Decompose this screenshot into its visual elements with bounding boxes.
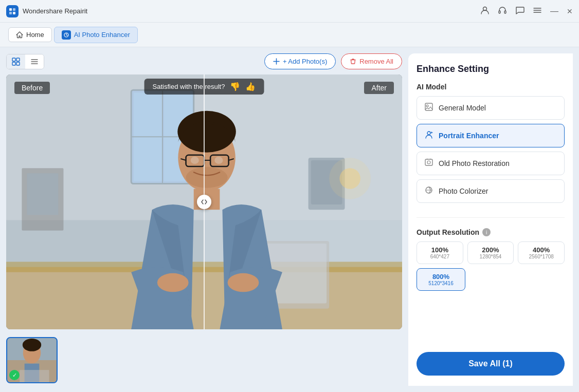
- svg-point-59: [426, 105, 428, 107]
- section-divider: [417, 217, 565, 218]
- res-800-size: 5120*3416: [419, 281, 463, 286]
- svg-point-40: [177, 111, 236, 153]
- svg-rect-61: [425, 159, 432, 165]
- svg-point-38: [329, 158, 371, 199]
- svg-point-60: [427, 132, 430, 135]
- res-800-pct: 800%: [419, 273, 463, 281]
- colorizer-model-icon: [424, 185, 433, 197]
- svg-rect-12: [16, 58, 20, 61]
- res-200-size: 1280*854: [470, 254, 512, 259]
- nav-bar: Home AI Photo Enhancer: [0, 23, 579, 47]
- res-400-button[interactable]: 400% 2560*1708: [518, 241, 565, 264]
- satisfaction-text: Satisfied with the result?: [153, 83, 225, 90]
- thumbnail-strip: ✓: [6, 334, 402, 386]
- resolution-header: Output Resolution i: [417, 228, 565, 236]
- resolution-section: Output Resolution i 100% 640*427 200% 12…: [417, 228, 565, 291]
- svg-rect-13: [12, 62, 15, 65]
- svg-rect-5: [499, 11, 500, 13]
- ai-model-section: AI Model General Model Portrait Enhancer…: [417, 83, 565, 207]
- left-panel: + Add Photo(s) Remove All: [0, 47, 408, 392]
- grid-view-button[interactable]: [7, 54, 25, 69]
- svg-point-51: [228, 273, 259, 292]
- svg-point-55: [23, 339, 41, 351]
- general-model-label: General Model: [439, 104, 486, 112]
- svg-rect-3: [13, 12, 15, 14]
- portrait-model-icon: [424, 130, 433, 141]
- home-label: Home: [26, 31, 44, 39]
- svg-point-62: [427, 161, 430, 164]
- title-bar: Wondershare Repairit — ✕: [0, 0, 579, 23]
- toolbar-right: + Add Photo(s) Remove All: [264, 53, 402, 69]
- panel-title: Enhance Setting: [417, 64, 565, 74]
- account-icon[interactable]: [480, 6, 490, 17]
- chat-icon[interactable]: [515, 6, 524, 17]
- oldphoto-model-icon: [424, 158, 433, 169]
- res-100-button[interactable]: 100% 640*427: [417, 241, 463, 264]
- photo-comparison-area: Before After Satisfied with the result? …: [6, 74, 402, 329]
- portrait-model-label: Portrait Enhancer: [439, 132, 499, 140]
- model-oldphoto[interactable]: Old Photo Restoration: [417, 152, 565, 175]
- svg-point-47: [214, 157, 223, 164]
- app-icon: [6, 5, 19, 17]
- svg-rect-30: [27, 173, 59, 215]
- headphones-icon[interactable]: [498, 6, 507, 17]
- res-400-pct: 400%: [520, 246, 562, 254]
- oldphoto-model-label: Old Photo Restoration: [439, 159, 510, 167]
- model-colorizer[interactable]: Photo Colorizer: [417, 179, 565, 203]
- after-label: After: [364, 82, 394, 94]
- close-icon[interactable]: ✕: [567, 7, 573, 15]
- before-label: Before: [14, 82, 50, 94]
- app-title: Wondershare Repairit: [23, 7, 87, 15]
- title-bar-left: Wondershare Repairit: [6, 5, 87, 17]
- svg-rect-58: [425, 103, 432, 110]
- general-model-icon: [424, 102, 433, 114]
- add-photos-button[interactable]: + Add Photo(s): [264, 53, 336, 69]
- res-200-button[interactable]: 200% 1280*854: [467, 241, 514, 264]
- res-200-pct: 200%: [470, 246, 512, 254]
- list-view-button[interactable]: [25, 54, 44, 69]
- svg-rect-2: [9, 12, 12, 14]
- svg-rect-14: [16, 62, 20, 65]
- thumbnail-check: ✓: [9, 370, 20, 380]
- main-content: + Add Photo(s) Remove All: [0, 47, 579, 392]
- svg-point-46: [191, 157, 199, 164]
- svg-rect-6: [504, 11, 506, 13]
- add-photos-label: + Add Photo(s): [283, 58, 327, 65]
- svg-point-48: [186, 167, 228, 188]
- model-portrait[interactable]: Portrait Enhancer: [417, 124, 565, 147]
- tab-icon: [62, 30, 71, 40]
- info-icon[interactable]: i: [482, 228, 491, 236]
- svg-point-50: [157, 273, 189, 292]
- ai-photo-enhancer-label: AI Photo Enhancer: [74, 31, 130, 39]
- thumbs-up-icon[interactable]: 👍: [245, 82, 256, 91]
- remove-all-label: Remove All: [359, 58, 393, 65]
- ai-photo-enhancer-tab[interactable]: AI Photo Enhancer: [54, 27, 138, 43]
- minimize-icon[interactable]: —: [550, 7, 558, 16]
- svg-rect-11: [12, 58, 15, 61]
- ai-model-label: AI Model: [417, 83, 565, 91]
- svg-rect-0: [9, 8, 12, 11]
- view-toggle: [6, 54, 44, 69]
- right-panel: Enhance Setting AI Model General Model P…: [408, 53, 573, 386]
- svg-rect-1: [13, 8, 15, 11]
- title-bar-right: — ✕: [480, 6, 573, 17]
- res-400-size: 2560*1708: [520, 254, 562, 259]
- toolbar: + Add Photo(s) Remove All: [6, 53, 402, 69]
- res-800-button[interactable]: 800% 5120*3416: [417, 268, 465, 291]
- model-general[interactable]: General Model: [417, 96, 565, 120]
- res-100-pct: 100%: [419, 246, 461, 254]
- res-100-size: 640*427: [419, 254, 461, 259]
- save-all-button[interactable]: Save All (1): [417, 352, 565, 376]
- colorizer-model-label: Photo Colorizer: [439, 187, 488, 195]
- thumbnail-item[interactable]: ✓: [6, 337, 58, 383]
- comparison-handle[interactable]: [197, 195, 211, 209]
- resolution-grid: 100% 640*427 200% 1280*854 400% 2560*170…: [417, 241, 565, 264]
- thumbs-down-icon[interactable]: 👎: [230, 82, 240, 91]
- svg-rect-57: [20, 370, 49, 382]
- menu-icon[interactable]: [533, 6, 542, 17]
- remove-all-button[interactable]: Remove All: [341, 53, 402, 69]
- resolution-label: Output Resolution: [417, 228, 479, 236]
- home-button[interactable]: Home: [8, 27, 52, 42]
